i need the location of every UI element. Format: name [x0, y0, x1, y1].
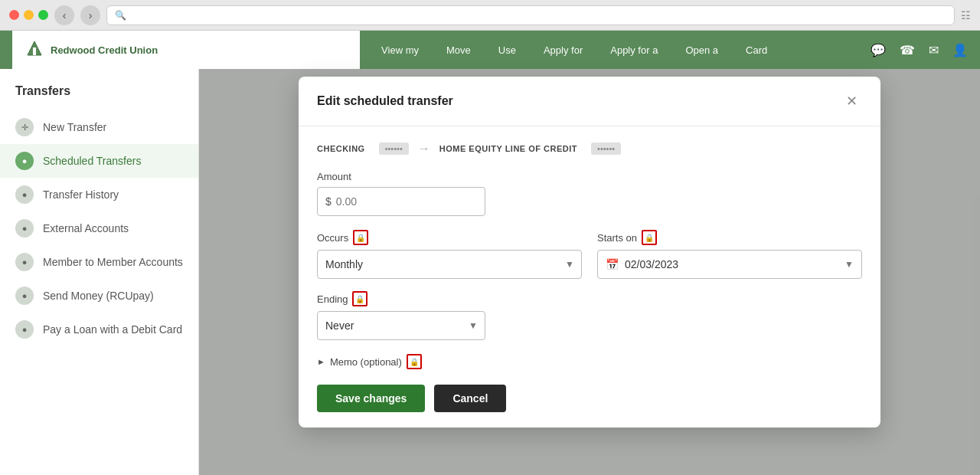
occurs-label: Occurs 🔒: [317, 230, 582, 245]
modal-buttons: Save changes Cancel: [317, 385, 862, 412]
sidebar-item-pay-loan[interactable]: ● Pay a Loan with a Debit Card: [0, 313, 198, 346]
cancel-button[interactable]: Cancel: [434, 385, 506, 412]
title-bar: ‹ › 🔍 ☷: [0, 0, 980, 31]
sidebar-item-transfer-history[interactable]: ● Transfer History: [0, 178, 198, 211]
nav-apply-for-a[interactable]: Apply for a: [596, 31, 671, 69]
nav-use[interactable]: Use: [485, 31, 530, 69]
startson-label: Starts on 🔒: [597, 230, 862, 245]
logo-icon: [24, 40, 44, 60]
ending-group: Ending 🔒 Never After N Transfers On Date…: [317, 291, 862, 340]
amount-input-wrap[interactable]: $: [317, 187, 485, 216]
modal-dialog: Edit scheduled transfer ✕ CHECKING •••••…: [299, 77, 880, 428]
nav-card[interactable]: Card: [732, 31, 781, 69]
svg-rect-1: [33, 48, 36, 55]
ending-select-wrap: Never After N Transfers On Date ▼: [317, 311, 485, 340]
modal-body: CHECKING •••••• → HOME EQUITY LINE OF CR…: [299, 126, 880, 428]
ending-select[interactable]: Never After N Transfers On Date: [317, 311, 485, 340]
occurs-lock-icon: 🔒: [353, 230, 368, 245]
sidebar-item-member-to-member[interactable]: ● Member to Member Accounts: [0, 245, 198, 279]
sidebar-title: Transfers: [0, 84, 198, 110]
member-to-member-icon: ●: [15, 253, 34, 271]
memo-row[interactable]: ► Memo (optional) 🔒: [317, 354, 862, 369]
startson-input[interactable]: [625, 258, 844, 270]
close-button[interactable]: [9, 10, 19, 20]
to-account-label: HOME EQUITY LINE OF CREDIT: [439, 144, 577, 153]
occurs-select-wrap: Monthly Once Weekly Bi-Weekly Quarterly …: [317, 250, 582, 279]
calendar-icon: 📅: [606, 258, 619, 270]
search-icon: 🔍: [115, 10, 126, 21]
sidebar-item-scheduled-transfers[interactable]: ● Scheduled Transfers: [0, 144, 198, 178]
scheduled-transfers-icon: ●: [15, 152, 34, 170]
memo-lock-icon: 🔒: [407, 354, 422, 369]
transfer-history-icon: ●: [15, 185, 34, 204]
nav-move[interactable]: Move: [433, 31, 485, 69]
modal-overlay: Edit scheduled transfer ✕ CHECKING •••••…: [199, 69, 980, 475]
occurs-col: Occurs 🔒 Monthly Once Weekly Bi-Weekly Q…: [317, 230, 582, 279]
transfer-arrow-icon: →: [418, 142, 430, 156]
modal-title: Edit scheduled transfer: [317, 94, 453, 108]
nav-view-my[interactable]: View my: [368, 31, 433, 69]
email-icon[interactable]: ✉: [929, 43, 939, 57]
logo-text: Redwood Credit Union: [51, 44, 158, 56]
dollar-sign: $: [325, 195, 332, 208]
startson-lock-icon: 🔒: [642, 230, 657, 245]
main-nav: View my Move Use Apply for Apply for a O…: [368, 31, 781, 69]
main-layout: Transfers ✛ New Transfer ● Scheduled Tra…: [0, 69, 980, 475]
chat-icon[interactable]: 💬: [871, 43, 886, 57]
sidebar-label-new-transfer: New Transfer: [43, 121, 106, 133]
sidebar-label-transfer-history: Transfer History: [43, 188, 119, 201]
from-account-label: CHECKING: [317, 144, 365, 153]
save-changes-button[interactable]: Save changes: [317, 385, 425, 412]
content-area: Edit scheduled transfer ✕ CHECKING •••••…: [199, 69, 980, 475]
modal-close-button[interactable]: ✕: [841, 90, 862, 112]
modal-header: Edit scheduled transfer ✕: [299, 77, 880, 126]
amount-input[interactable]: [336, 195, 477, 208]
amount-group: Amount $: [317, 171, 862, 216]
sidebar: Transfers ✛ New Transfer ● Scheduled Tra…: [0, 69, 199, 475]
occurs-select[interactable]: Monthly Once Weekly Bi-Weekly Quarterly …: [317, 250, 582, 279]
phone-icon[interactable]: ☎: [900, 43, 915, 57]
send-money-icon: ●: [15, 287, 34, 305]
startson-col: Starts on 🔒 📅 ▼: [597, 230, 862, 279]
logo-area: Redwood Credit Union: [12, 31, 360, 69]
to-account-num: ••••••: [591, 142, 621, 155]
traffic-lights: [9, 10, 48, 20]
header-right: 💬 ☎ ✉ 👤: [871, 43, 968, 57]
nav-open-a[interactable]: Open a: [671, 31, 732, 69]
date-chevron-icon: ▼: [844, 259, 854, 270]
toolbar-icons: ☷: [961, 9, 971, 21]
search-input[interactable]: [164, 38, 348, 61]
app-header: Redwood Credit Union View my Move Use Ap…: [0, 31, 980, 69]
memo-label: Memo (optional): [330, 356, 402, 368]
address-bar[interactable]: 🔍: [106, 5, 955, 25]
user-icon[interactable]: 👤: [952, 43, 968, 57]
nav-apply-for[interactable]: Apply for: [530, 31, 596, 69]
startson-input-wrap[interactable]: 📅 ▼: [597, 250, 862, 279]
sidebar-label-external-accounts: External Accounts: [43, 222, 129, 234]
amount-label: Amount: [317, 171, 862, 182]
transfer-route: CHECKING •••••• → HOME EQUITY LINE OF CR…: [317, 142, 862, 156]
ending-label: Ending 🔒: [317, 291, 862, 306]
back-button[interactable]: ‹: [54, 5, 74, 25]
sidebar-label-member-to-member: Member to Member Accounts: [43, 256, 183, 268]
sidebar-item-send-money[interactable]: ● Send Money (RCUpay): [0, 279, 198, 313]
pay-loan-icon: ●: [15, 320, 34, 339]
sidebar-item-new-transfer[interactable]: ✛ New Transfer: [0, 110, 198, 144]
sidebar-item-external-accounts[interactable]: ● External Accounts: [0, 211, 198, 245]
minimize-button[interactable]: [24, 10, 34, 20]
new-transfer-icon: ✛: [15, 118, 34, 136]
sidebar-label-scheduled-transfers: Scheduled Transfers: [43, 155, 141, 167]
share-icon: ☷: [961, 9, 971, 21]
sidebar-label-send-money: Send Money (RCUpay): [43, 290, 154, 302]
occurs-startson-row: Occurs 🔒 Monthly Once Weekly Bi-Weekly Q…: [317, 230, 862, 279]
from-account-num: ••••••: [379, 142, 409, 155]
forward-button[interactable]: ›: [80, 5, 100, 25]
ending-lock-icon: 🔒: [352, 291, 368, 306]
external-accounts-icon: ●: [15, 219, 34, 238]
memo-chevron-icon: ►: [317, 357, 325, 366]
maximize-button[interactable]: [38, 10, 48, 20]
sidebar-label-pay-loan: Pay a Loan with a Debit Card: [43, 323, 182, 336]
